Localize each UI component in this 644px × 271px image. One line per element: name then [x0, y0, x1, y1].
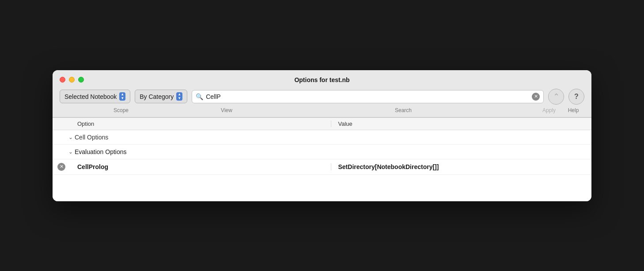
clear-search-button[interactable]: ✕ [532, 93, 540, 101]
scope-selector[interactable]: Selected Notebook ▲ ▼ [60, 90, 130, 103]
evaluation-options-label: Evaluation Options [75, 148, 127, 155]
minimize-button[interactable] [69, 77, 75, 83]
down-arrow-icon: ▼ [121, 97, 124, 100]
maximize-button[interactable] [78, 77, 84, 83]
main-toolbar: Selected Notebook ▲ ▼ By Category ▲ ▼ 🔍 … [60, 89, 584, 107]
cell-options-label: Cell Options [75, 134, 108, 141]
chevron-down-icon: ⌄ [68, 134, 73, 140]
option-col-header: Option [70, 120, 331, 127]
view-value: By Category [140, 93, 174, 100]
view-selector[interactable]: By Category ▲ ▼ [135, 90, 187, 103]
app-window: Options for test.nb Selected Notebook ▲ … [53, 70, 591, 201]
eval-chevron-down-icon: ⌄ [68, 149, 73, 155]
modified-indicator-icon: ✕ [57, 163, 65, 171]
table-header: Option Value [53, 118, 591, 130]
view-up-arrow-icon: ▲ [178, 93, 181, 96]
evaluation-options-group[interactable]: ⌄ Evaluation Options [53, 145, 591, 159]
scope-value: Selected Notebook [64, 93, 117, 100]
window-controls [60, 77, 84, 83]
view-down-arrow-icon: ▼ [178, 97, 181, 100]
empty-area [53, 175, 591, 201]
toolbar-labels: Scope View Search Apply Help [60, 107, 584, 117]
window-title: Options for test.nb [294, 76, 349, 83]
view-label: View [182, 107, 271, 113]
cellprolog-row[interactable]: ✕ CellProlog SetDirectory[NotebookDirect… [53, 159, 591, 175]
content-area: Option Value ⌄ Cell Options ⌄ Evaluation… [53, 117, 591, 201]
search-label: Search [271, 107, 536, 113]
apply-label: Apply [536, 107, 562, 113]
search-icon: 🔍 [196, 93, 203, 100]
indicator-col-header [53, 120, 70, 127]
view-stepper[interactable]: ▲ ▼ [176, 92, 182, 101]
scope-stepper[interactable]: ▲ ▼ [119, 92, 125, 101]
titlebar-top: Options for test.nb [60, 76, 584, 83]
row-indicator: ✕ [53, 163, 70, 171]
help-label: Help [562, 107, 584, 113]
value-col-header: Value [331, 120, 592, 127]
up-arrow-icon: ▲ [121, 93, 124, 96]
cellprolog-option: CellProlog [70, 163, 331, 170]
close-button[interactable] [60, 77, 65, 83]
cellprolog-value: SetDirectory[NotebookDirectory[]] [331, 163, 592, 170]
scope-label: Scope [60, 107, 182, 113]
cell-options-group[interactable]: ⌄ Cell Options [53, 130, 591, 145]
help-button[interactable]: ? [568, 89, 584, 105]
search-box: 🔍 ✕ [192, 90, 544, 103]
titlebar: Options for test.nb Selected Notebook ▲ … [53, 70, 591, 117]
apply-button[interactable]: ⌃ [548, 89, 564, 105]
search-input[interactable] [206, 93, 529, 100]
